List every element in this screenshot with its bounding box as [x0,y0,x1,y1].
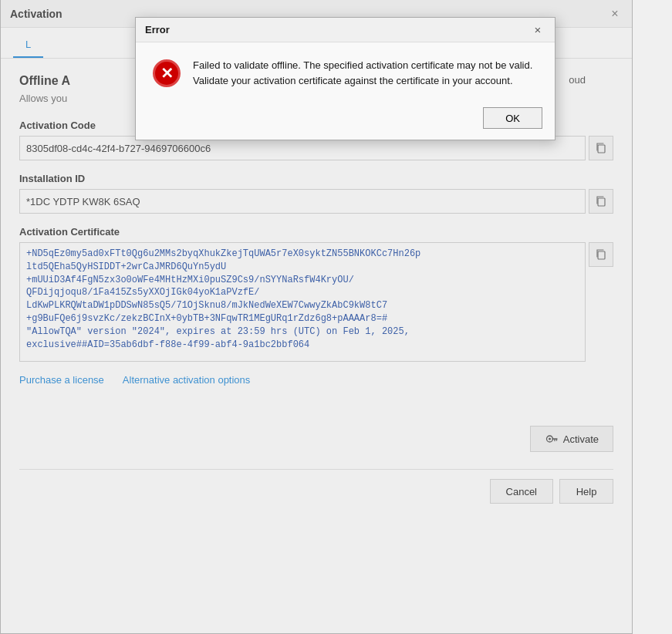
error-icon-circle: ✕ [153,59,181,87]
ok-button[interactable]: OK [483,107,542,129]
error-icon-symbol: ✕ [160,64,174,83]
dialog-titlebar: Error × [136,18,555,42]
dialog-close-button[interactable]: × [530,22,545,38]
dialog-message: Failed to validate offline. The specifie… [193,58,539,88]
dialog-content: ✕ Failed to validate offline. The specif… [136,42,555,101]
dialog-footer: OK [136,101,555,140]
error-icon-container: ✕ [151,58,182,89]
dialog-title: Error [145,24,170,35]
error-dialog: Error × ✕ Failed to validate offline. Th… [135,17,555,140]
